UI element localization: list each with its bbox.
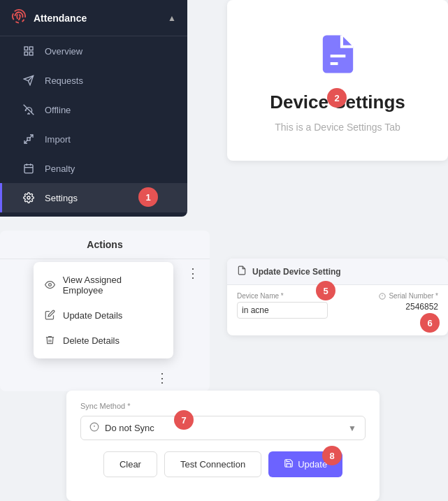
clear-button[interactable]: Clear	[103, 451, 157, 477]
sidebar-item-label: Offline	[45, 105, 71, 115]
update-label: Update	[298, 459, 327, 470]
sidebar-header-left: Attendance	[11, 8, 87, 27]
sidebar-item-label: Import	[45, 134, 71, 145]
sidebar-item-settings[interactable]: Settings	[0, 183, 187, 212]
sidebar-attendance-title: Attendance	[34, 13, 87, 24]
svg-rect-9	[27, 138, 30, 140]
svg-point-17	[49, 284, 52, 286]
sidebar-item-label: Requests	[45, 75, 83, 86]
grid-icon	[22, 45, 35, 57]
document-icon	[315, 28, 361, 83]
pencil-icon	[45, 310, 56, 321]
view-assigned-label: View Assigned Employee	[63, 275, 162, 296]
sidebar-item-label: Settings	[45, 193, 78, 203]
svg-rect-1	[29, 47, 33, 50]
step-badge-1: 1	[138, 187, 158, 207]
update-details-label: Update Details	[63, 310, 122, 321]
update-panel-header: Update Device Setting	[227, 259, 448, 285]
device-name-value[interactable]: in acne	[237, 302, 328, 319]
actions-header: Actions	[0, 231, 210, 259]
calendar-icon	[22, 162, 35, 175]
sidebar: Attendance ▲ Overview Requests	[0, 0, 187, 217]
trash-icon	[45, 335, 56, 346]
sync-method-label: Sync Method *	[80, 402, 366, 410]
sync-value: Do not Sync	[105, 423, 154, 433]
device-name-field: Device Name * in acne	[237, 292, 328, 319]
sidebar-item-requests[interactable]: Requests	[0, 66, 187, 95]
sidebar-item-overview[interactable]: Overview	[0, 36, 187, 66]
dropdown-menu: View Assigned Employee Update Details De…	[34, 262, 173, 358]
actions-three-dot-top[interactable]: ⋮	[187, 266, 199, 281]
device-settings-subtitle: This is a Device Settings Tab	[275, 122, 400, 133]
step-badge-6: 6	[420, 313, 440, 333]
step-badge-7: 7	[174, 410, 194, 430]
step-badge-2: 2	[327, 88, 347, 108]
serial-number-label: Serial Number *	[379, 292, 438, 300]
svg-rect-2	[24, 52, 28, 55]
svg-point-14	[27, 196, 30, 199]
serial-number-value[interactable]: 2546852	[379, 302, 438, 312]
svg-rect-3	[29, 52, 33, 55]
device-name-label: Device Name *	[237, 292, 328, 300]
eye-icon	[45, 279, 56, 291]
svg-rect-10	[24, 165, 33, 173]
sidebar-item-offline[interactable]: Offline	[0, 95, 187, 124]
update-doc-icon	[237, 266, 247, 277]
sidebar-item-label: Penalty	[45, 164, 75, 174]
sidebar-header: Attendance ▲	[0, 0, 187, 36]
update-details-item[interactable]: Update Details	[34, 303, 173, 328]
device-settings-card: Device Settings This is a Device Setting…	[227, 0, 448, 161]
test-connection-button[interactable]: Test Connection	[164, 451, 261, 477]
send-icon	[22, 74, 35, 87]
view-assigned-item[interactable]: View Assigned Employee	[34, 268, 173, 303]
sidebar-item-label: Overview	[45, 46, 82, 57]
sidebar-item-penalty[interactable]: Penalty	[0, 154, 187, 183]
step-badge-8: 8	[322, 446, 342, 465]
cloud-off-icon	[22, 103, 35, 116]
sidebar-item-import[interactable]: Import	[0, 124, 187, 154]
update-panel-title: Update Device Setting	[252, 267, 341, 277]
chevron-down-icon: ▼	[348, 423, 356, 433]
sync-select-left: Do not Sync	[89, 422, 154, 434]
update-panel-body: Device Name * in acne Serial Number * 25…	[227, 285, 448, 326]
fingerprint-icon	[11, 8, 27, 27]
save-icon	[284, 458, 294, 470]
chevron-up-icon: ▲	[168, 13, 176, 23]
actions-three-dot-bottom[interactable]: ⋮	[156, 370, 168, 386]
svg-rect-0	[24, 47, 28, 50]
gear-icon	[22, 191, 35, 204]
sync-select[interactable]: Do not Sync ▼	[80, 416, 366, 440]
step-badge-5: 5	[316, 281, 335, 300]
update-device-panel: Update Device Setting Device Name * in a…	[227, 259, 448, 335]
delete-details-item[interactable]: Delete Details	[34, 328, 173, 353]
import-icon	[22, 133, 35, 145]
info-icon	[89, 422, 99, 434]
delete-details-label: Delete Details	[63, 335, 120, 346]
